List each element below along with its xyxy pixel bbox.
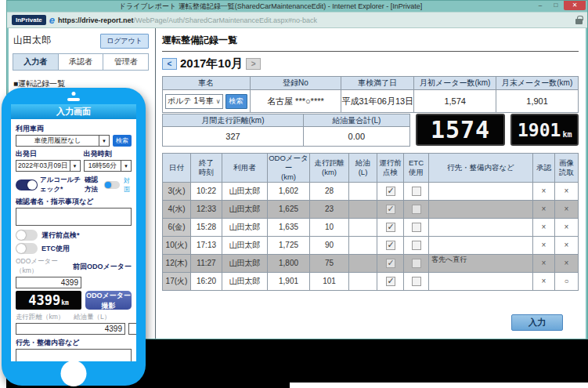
url-host: https://drive-report.net xyxy=(58,16,134,24)
user-cell: 山田太郎 xyxy=(222,218,268,236)
precheck-cell xyxy=(377,200,404,218)
odometer-cell: 1,725 xyxy=(268,236,310,254)
approval-cell: × xyxy=(533,182,555,200)
prev-month-button[interactable]: < xyxy=(162,58,177,70)
etc-checkbox[interactable] xyxy=(412,277,421,286)
odo-photo-button[interactable]: ODOメーター撮影 xyxy=(85,291,132,310)
precheck-toggle[interactable] xyxy=(16,230,38,241)
vehicle-select[interactable]: ポルテ 1号車 ∨ xyxy=(165,94,223,109)
phone-vehicle-value: 車使用履歴なし xyxy=(16,136,99,146)
etc-checkbox[interactable] xyxy=(412,241,421,250)
date-cell: 6(金) xyxy=(163,218,191,236)
odometer-start-value: 1574 xyxy=(431,116,490,143)
ie-icon: e xyxy=(49,15,55,25)
depart-time-select[interactable]: 16時56分 ▼ xyxy=(84,160,132,172)
approval-cell: × xyxy=(533,236,555,254)
image-read-cell: × xyxy=(555,254,579,272)
tab-kanrisha[interactable]: 管理者 xyxy=(103,53,149,71)
url-field[interactable]: https://drive-report.net/WebPage/Auth/Sh… xyxy=(58,16,572,24)
column-header: ODOメーター (km) xyxy=(268,154,310,183)
precheck-checkbox[interactable] xyxy=(386,277,395,286)
logout-button[interactable]: ログアウト xyxy=(100,34,149,49)
user-cell: 山田太郎 xyxy=(222,272,268,290)
phone-odometer-unit: km xyxy=(61,299,69,306)
monthly-fuel-value: 0.00 xyxy=(303,127,409,147)
end-time-cell: 16:20 xyxy=(191,272,222,290)
checker-label: 確認者名・指示事項など xyxy=(16,197,132,207)
destination-note-cell xyxy=(429,182,533,200)
etc-cell xyxy=(404,200,429,218)
column-header: 画像 読取 xyxy=(555,154,579,183)
distance-input[interactable] xyxy=(16,323,125,335)
prev-odo-label: 前回ODOメーター xyxy=(73,262,132,272)
fuel-cell xyxy=(349,254,377,272)
odo-input[interactable] xyxy=(16,277,81,288)
current-month: 2017年10月 xyxy=(180,56,243,71)
end-time-cell: 17:13 xyxy=(191,236,222,254)
phone-screen-title: 入力画面 xyxy=(11,104,136,119)
record-row[interactable]: 17(火)16:20山田太郎1,901101×○ xyxy=(163,272,579,290)
url-path: /WebPage/Auth/SharedCarMaintenanceEdit.a… xyxy=(134,16,317,24)
etc-checkbox[interactable] xyxy=(412,259,421,268)
destination-note-cell xyxy=(429,218,533,236)
tab-nyuryokusha[interactable]: 入力者 xyxy=(13,53,59,71)
etc-checkbox[interactable] xyxy=(412,223,421,232)
odometer-unit: km xyxy=(562,130,572,139)
next-month-button[interactable]: > xyxy=(246,58,261,70)
column-header: 給油量合計(L) xyxy=(303,114,409,127)
phone-vehicle-select[interactable]: 車使用履歴なし ▼ xyxy=(16,135,110,147)
column-header: ETC 使用 xyxy=(404,154,429,183)
precheck-checkbox[interactable] xyxy=(386,241,395,250)
precheck-checkbox[interactable] xyxy=(386,259,395,268)
etc-checkbox[interactable] xyxy=(412,205,421,214)
record-row[interactable]: 6(金)15:28山田太郎1,63510×× xyxy=(163,218,579,236)
distance-cell: 10 xyxy=(310,218,349,236)
column-header: 承認 xyxy=(533,154,555,183)
phone-search-button[interactable]: 検索 xyxy=(113,135,132,147)
etc-cell xyxy=(404,182,429,200)
end-time-cell: 12:33 xyxy=(191,200,222,218)
depart-time-label: 出発時刻 xyxy=(84,149,132,159)
record-row[interactable]: 10(火)17:13山田太郎1,72590×× xyxy=(163,236,579,254)
image-read-cell: × xyxy=(555,236,579,254)
precheck-label: 運行前点検* xyxy=(41,230,80,241)
checker-input[interactable] xyxy=(16,208,132,226)
close-button[interactable]: ✕ xyxy=(564,1,586,10)
record-row[interactable]: 4(水)12:33山田太郎1,62523×× xyxy=(163,200,579,218)
tab-shoninsha[interactable]: 承認者 xyxy=(58,53,104,71)
alcohol-check-toggle[interactable] xyxy=(16,179,38,190)
approval-cell: × xyxy=(533,272,555,290)
month-navigation: < 2017年10月 > xyxy=(162,56,579,71)
input-button[interactable]: 入力 xyxy=(511,314,563,331)
record-row[interactable]: 3(火)10:22山田太郎1,60228×× xyxy=(163,182,579,200)
column-header: 行先・整備内容など xyxy=(429,154,533,183)
precheck-checkbox[interactable] xyxy=(386,223,395,232)
column-header: 利用者 xyxy=(222,154,268,183)
precheck-checkbox[interactable] xyxy=(386,187,395,196)
inprivate-badge: InPrivate xyxy=(12,15,46,25)
etc-cell xyxy=(404,236,429,254)
home-button[interactable] xyxy=(61,361,87,386)
destination-note-cell xyxy=(429,236,533,254)
etc-toggle[interactable] xyxy=(16,243,38,254)
registration-no: 名古屋 ***○**** xyxy=(250,90,341,113)
precheck-cell xyxy=(377,272,404,290)
column-header: 運行前 点検 xyxy=(377,154,404,183)
date-cell: 17(火) xyxy=(163,272,191,290)
maximize-button[interactable]: □ xyxy=(548,1,564,10)
note-textarea[interactable] xyxy=(16,349,132,361)
vehicle-search-button[interactable]: 検索 xyxy=(225,94,247,109)
fuel-input[interactable] xyxy=(128,323,136,335)
distance-cell: 75 xyxy=(310,254,349,272)
odometer-start-display: 1574 xyxy=(416,114,506,146)
etc-checkbox[interactable] xyxy=(412,187,421,196)
monthly-distance-value: 327 xyxy=(163,127,304,147)
depart-date-select[interactable]: 2022年03月09日 ▼ xyxy=(16,160,81,172)
precheck-cell xyxy=(377,182,404,200)
precheck-checkbox[interactable] xyxy=(386,205,395,214)
record-row[interactable]: 12(木)11:27山田太郎1,80075客先へ直行×× xyxy=(163,254,579,272)
confirm-method-toggle[interactable] xyxy=(104,181,120,189)
approval-cell: × xyxy=(533,254,555,272)
minimize-button[interactable]: – xyxy=(532,1,548,10)
vehicle-info-table: 車名 登録No 車検満了日 月初メーター数(km) 月末メーター数(km) ポル… xyxy=(162,76,579,113)
